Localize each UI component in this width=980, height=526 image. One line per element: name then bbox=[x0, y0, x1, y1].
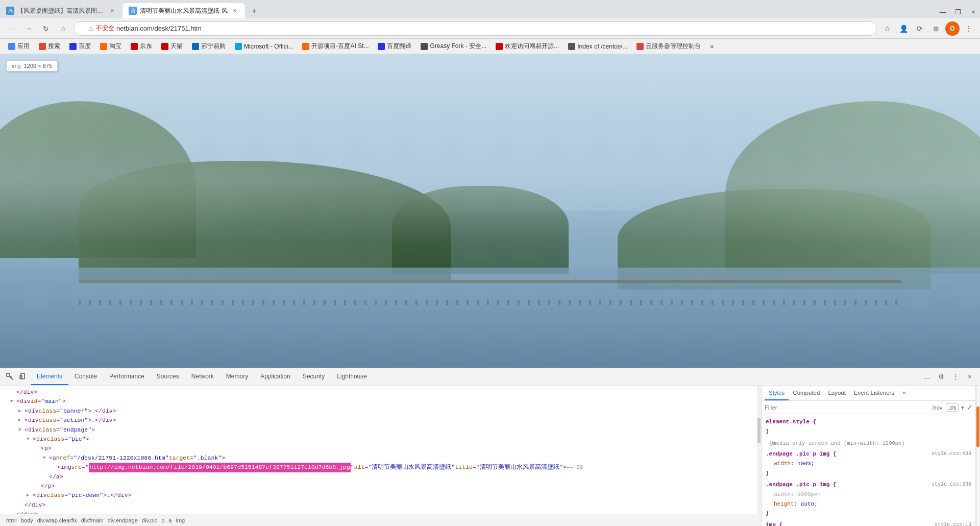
device-toolbar-icon[interactable] bbox=[17, 371, 30, 383]
devtools-tabs: Elements Console Performance Sources Net… bbox=[31, 368, 920, 385]
suning-icon bbox=[192, 43, 199, 50]
tab-elements[interactable]: Elements bbox=[31, 368, 68, 385]
code-line: <div class="endpage"> bbox=[0, 425, 761, 435]
tab-memory[interactable]: Memory bbox=[220, 368, 254, 385]
bookmark-star-icon[interactable]: ☆ bbox=[880, 21, 894, 36]
devtools-menu-icon[interactable]: ⋮ bbox=[949, 371, 962, 383]
bridge-posts bbox=[79, 300, 902, 305]
bookmark-ai[interactable]: 开源项目-百度AI St... bbox=[298, 41, 373, 52]
bookmark-microsoft[interactable]: Microsoft - Offici... bbox=[231, 42, 297, 51]
triangle-right[interactable] bbox=[18, 408, 24, 415]
tab-network[interactable]: Network bbox=[185, 368, 220, 385]
breadcrumb-div-wrap[interactable]: div.wrap.clearfix bbox=[35, 517, 79, 523]
tab-1-favicon: 风 bbox=[6, 7, 14, 15]
reload-button[interactable]: ↻ bbox=[39, 21, 53, 36]
devtools-body: </div> <div id="main"> <div class="banne… bbox=[0, 386, 980, 526]
bookmark-cloud[interactable]: 云服务器管理控制台 bbox=[632, 41, 705, 52]
bookmark-fanyi-label: 百度翻译 bbox=[387, 42, 411, 51]
sync-icon[interactable]: ⟳ bbox=[913, 21, 927, 36]
breadcrumb-img[interactable]: img bbox=[174, 517, 187, 523]
browser-frame: 风 【风景桌面壁纸】高清风景图片-风 × 清 清明节美丽山水风景高清壁纸-风 ×… bbox=[0, 0, 980, 526]
minimize-button[interactable]: — bbox=[936, 5, 949, 18]
bookmark-greasy[interactable]: Greasy Fork - 安全... bbox=[416, 41, 491, 52]
devtools-settings-icon[interactable]: ⚙ bbox=[935, 371, 947, 383]
breadcrumb-p[interactable]: p bbox=[159, 517, 166, 523]
bookmark-wangyi[interactable]: 欢迎访问网易开源... bbox=[492, 41, 563, 52]
styles-panel-expand-icon[interactable]: ⤢ bbox=[967, 403, 972, 411]
triangle-right[interactable] bbox=[18, 417, 24, 424]
breadcrumb-div-pic[interactable]: div.pic bbox=[140, 517, 159, 523]
tab-1-close[interactable]: × bbox=[108, 7, 116, 15]
filter-cls-button[interactable]: .cls bbox=[946, 403, 959, 412]
profile-avatar[interactable]: O bbox=[945, 21, 960, 36]
bookmark-apps[interactable]: 应用 bbox=[4, 41, 34, 52]
bookmark-search[interactable]: 搜索 bbox=[35, 41, 64, 52]
bookmark-index[interactable]: Index of /centos/... bbox=[564, 42, 631, 51]
tooltip-size: 1200 × 675 bbox=[24, 63, 52, 69]
webpage-area: img 1200 × 675 bbox=[0, 54, 980, 368]
style-property-height: height: auto; bbox=[766, 499, 971, 509]
elements-scrollbar[interactable] bbox=[757, 386, 761, 514]
address-input[interactable]: ⚠ 不安全 netbian.com/desk/21751.htm bbox=[74, 21, 877, 36]
styles-tab-computed[interactable]: Computed bbox=[789, 386, 824, 400]
styles-content[interactable]: element.style { } @media only screen and… bbox=[762, 414, 975, 526]
bookmark-taobao[interactable]: 淘宝 bbox=[96, 41, 126, 52]
back-button[interactable]: ← bbox=[4, 21, 18, 36]
img-code-line: <img src="http://img.netbian.com/file/20… bbox=[0, 463, 761, 472]
tab-application[interactable]: Application bbox=[254, 368, 297, 385]
main-content: img 1200 × 675 Elements Console Performa… bbox=[0, 54, 980, 526]
profile-icon[interactable]: 👤 bbox=[896, 21, 911, 36]
styles-scroll-thumb bbox=[976, 407, 979, 447]
tab-console[interactable]: Console bbox=[68, 368, 103, 385]
styles-tab-styles[interactable]: Styles bbox=[765, 386, 789, 400]
menu-icon[interactable]: ⋮ bbox=[962, 21, 976, 36]
tab-2-close[interactable]: × bbox=[231, 7, 239, 15]
tab-2[interactable]: 清 清明节美丽山水风景高清壁纸-风 × bbox=[122, 3, 245, 18]
filter-hov-button[interactable]: :hov bbox=[930, 404, 944, 411]
devtools-dots-icon[interactable]: … bbox=[921, 371, 933, 383]
tab-1[interactable]: 风 【风景桌面壁纸】高清风景图片-风 × bbox=[0, 3, 122, 18]
triangle-down[interactable] bbox=[18, 426, 24, 434]
breadcrumb-html[interactable]: html bbox=[4, 517, 19, 523]
breadcrumb-div-endpage[interactable]: div.endpage bbox=[106, 517, 140, 523]
triangle-down[interactable] bbox=[43, 455, 49, 462]
breadcrumb-a[interactable]: a bbox=[166, 517, 174, 523]
close-button[interactable]: × bbox=[967, 5, 980, 18]
bookmark-more[interactable]: » bbox=[706, 42, 718, 51]
tab-sources[interactable]: Sources bbox=[151, 368, 185, 385]
bookmark-jd-label: 京东 bbox=[140, 42, 152, 51]
tab-security[interactable]: Security bbox=[297, 368, 331, 385]
bookmark-fanyi[interactable]: 百度翻译 bbox=[374, 41, 415, 52]
home-button[interactable]: ⌂ bbox=[56, 21, 70, 36]
elements-code[interactable]: </div> <div id="main"> <div class="banne… bbox=[0, 386, 761, 514]
forward-button[interactable]: → bbox=[21, 21, 36, 36]
code-line: <div class="banner">…</div> bbox=[0, 407, 761, 416]
styles-tab-more[interactable]: » bbox=[898, 386, 910, 400]
styles-filter-input[interactable] bbox=[765, 404, 928, 411]
bookmark-apps-label: 应用 bbox=[17, 42, 30, 51]
new-tab-button[interactable]: + bbox=[247, 4, 261, 18]
bookmark-jd[interactable]: 京东 bbox=[127, 41, 156, 52]
extensions-icon[interactable]: ⊕ bbox=[929, 21, 943, 36]
element-picker-icon[interactable] bbox=[4, 371, 16, 383]
breadcrumb-div-main[interactable]: div#main bbox=[79, 517, 106, 523]
styles-scrollbar[interactable] bbox=[976, 386, 980, 526]
maximize-button[interactable]: ❐ bbox=[951, 5, 965, 18]
triangle-down[interactable] bbox=[10, 398, 16, 405]
triangle-right[interactable] bbox=[27, 492, 33, 499]
bookmark-tianmao[interactable]: 天猫 bbox=[157, 41, 187, 52]
breadcrumb-body[interactable]: body bbox=[19, 517, 35, 523]
bookmark-baidu[interactable]: 百度 bbox=[65, 41, 95, 52]
breadcrumb-bar: html body div.wrap.clearfix div#main div… bbox=[0, 514, 761, 526]
code-line: <div id="main"> bbox=[0, 397, 761, 406]
bookmark-suning[interactable]: 苏宁易购 bbox=[188, 41, 230, 52]
tab-performance[interactable]: Performance bbox=[103, 368, 151, 385]
devtools-close-icon[interactable]: × bbox=[964, 371, 976, 383]
apps-icon bbox=[8, 43, 15, 50]
filter-add-button[interactable]: + bbox=[961, 403, 965, 412]
tab-lighthouse[interactable]: Lighthouse bbox=[331, 368, 373, 385]
triangle-down[interactable] bbox=[27, 436, 33, 443]
styles-tab-event-listeners[interactable]: Event Listeners bbox=[850, 386, 898, 400]
elements-panel-wrapper: </div> <div id="main"> <div class="banne… bbox=[0, 386, 761, 514]
styles-tab-layout[interactable]: Layout bbox=[824, 386, 850, 400]
